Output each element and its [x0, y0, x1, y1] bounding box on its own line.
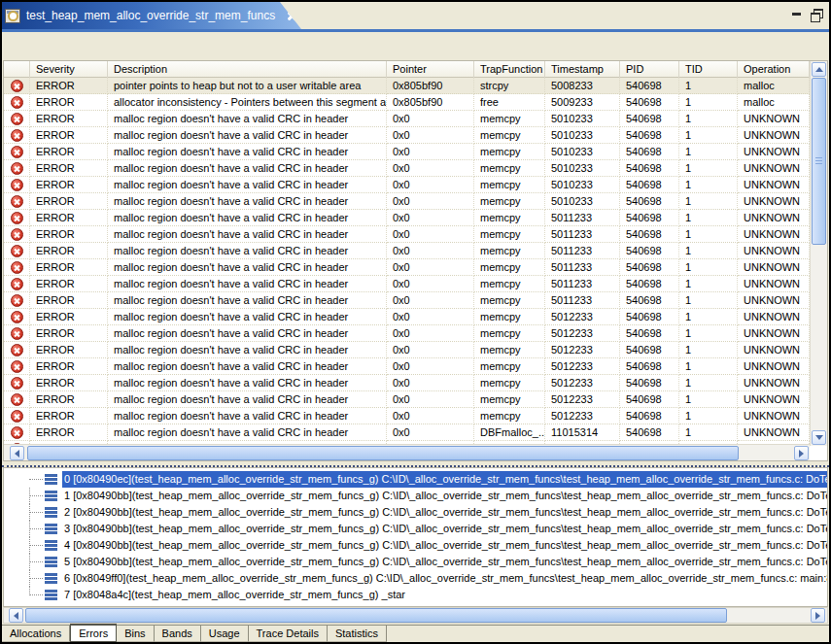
column-header-description[interactable]: Description [108, 61, 387, 78]
backtrace-entry-text: 1 [0x80490bb](test_heap_mem_alloc_overri… [62, 488, 827, 504]
error-icon [11, 410, 23, 423]
list-item[interactable]: 1 [0x80490bb](test_heap_mem_alloc_overri… [4, 488, 827, 504]
severity-cell: ERROR [30, 243, 108, 259]
scroll-down-button[interactable] [812, 430, 826, 445]
timestamp-cell: 5010233 [545, 127, 620, 144]
horizontal-scroll-thumb[interactable] [27, 446, 739, 460]
list-item[interactable]: 5 [0x80490bb](test_heap_mem_alloc_overri… [4, 554, 827, 570]
minimize-icon[interactable] [790, 9, 804, 20]
column-header-pid[interactable]: PID [620, 61, 679, 78]
column-header-icon[interactable] [4, 61, 30, 78]
pid-cell: 540698 [620, 375, 679, 391]
list-item[interactable]: 4 [0x80490bb](test_heap_mem_alloc_overri… [4, 537, 827, 554]
list-horizontal-scrollbar[interactable] [3, 607, 828, 624]
severity-cell: ERROR [30, 292, 108, 309]
table-vertical-scrollbar[interactable] [810, 61, 827, 446]
operation-cell: UNKNOWN [738, 325, 810, 342]
operation-cell: malloc [738, 78, 810, 94]
severity-icon-cell [4, 276, 30, 292]
table-row[interactable]: ERRORpointer points to heap but not to a… [4, 78, 810, 94]
backtrace-entry-icon [45, 474, 57, 485]
table-row[interactable]: ERRORmalloc region doesn't have a valid … [4, 259, 810, 276]
close-icon[interactable] [287, 11, 297, 21]
list-item[interactable]: 6 [0x8049ff0](test_heap_mem_alloc_overri… [4, 570, 827, 587]
tid-cell: 1 [679, 325, 738, 342]
table-row[interactable]: ERRORmalloc region doesn't have a valid … [4, 243, 810, 259]
tab-statistics[interactable]: Statistics [328, 626, 387, 642]
backtrace-entry-icon [45, 540, 57, 551]
vertical-scroll-thumb[interactable] [812, 78, 826, 245]
pid-cell: 540698 [620, 210, 679, 226]
table-row[interactable]: ERRORmalloc region doesn't have a valid … [4, 408, 810, 424]
tab-errors[interactable]: Errors [70, 624, 117, 642]
tab-bands[interactable]: Bands [155, 626, 201, 642]
scroll-up-button[interactable] [812, 62, 826, 77]
table-row[interactable]: ERRORmalloc region doesn't have a valid … [4, 226, 810, 243]
operation-cell: UNKNOWN [738, 210, 810, 226]
list-item[interactable]: 0 [0x80490ec](test_heap_mem_alloc_overri… [4, 471, 827, 488]
severity-icon-cell [4, 424, 30, 441]
column-header-severity[interactable]: Severity [30, 61, 108, 78]
column-header-pointer[interactable]: Pointer [387, 61, 474, 78]
scroll-left-button[interactable] [10, 446, 24, 460]
tid-cell: 1 [679, 210, 738, 226]
table-row[interactable]: ERRORmalloc region doesn't have a valid … [4, 177, 810, 193]
horizontal-scroll-thumb[interactable] [25, 608, 727, 623]
error-icon [11, 228, 23, 241]
table-row[interactable]: ERRORmalloc region doesn't have a valid … [4, 391, 810, 408]
description-cell: malloc region doesn't have a valid CRC i… [108, 144, 387, 160]
list-item[interactable]: 2 [0x80490bb](test_heap_mem_alloc_overri… [4, 504, 827, 521]
table-row[interactable]: ERRORmalloc region doesn't have a valid … [4, 358, 810, 375]
table-row[interactable]: ERRORmalloc region doesn't have a valid … [4, 276, 810, 292]
description-cell: malloc region doesn't have a valid CRC i… [108, 111, 387, 127]
table-row[interactable]: ERRORmalloc region doesn't have a valid … [4, 342, 810, 358]
tab-allocations[interactable]: Allocations [2, 626, 70, 642]
pointer-cell: 0x0 [387, 375, 474, 391]
scroll-right-button[interactable] [811, 608, 825, 623]
pointer-cell: 0x0 [387, 325, 474, 342]
list-item[interactable]: 7 [0x8048a4c](test_heap_mem_alloc_overri… [4, 587, 827, 603]
scroll-right-button[interactable] [794, 446, 809, 460]
tab-usage[interactable]: Usage [201, 626, 249, 642]
error-icon [11, 344, 23, 356]
column-header-operation[interactable]: Operation [738, 61, 810, 78]
error-icon [11, 146, 23, 158]
tree-connector [29, 587, 43, 603]
column-header-timestamp[interactable]: Timestamp [545, 61, 620, 78]
table-row[interactable]: ERRORmalloc region doesn't have a valid … [4, 424, 810, 441]
tab-bins[interactable]: Bins [117, 626, 154, 642]
table-row[interactable]: ERRORmalloc region doesn't have a valid … [4, 210, 810, 226]
view-tab[interactable]: test_heap_mem_alloc_override_str_mem_fun… [2, 2, 301, 29]
backtrace-entry-text: 5 [0x80490bb](test_heap_mem_alloc_overri… [62, 554, 827, 570]
tree-connector [29, 521, 43, 537]
table-row[interactable]: ERRORmalloc region doesn't have a valid … [4, 144, 810, 160]
table-horizontal-scrollbar[interactable] [4, 444, 810, 460]
pointer-cell: 0x0 [387, 276, 474, 292]
scroll-left-button[interactable] [9, 608, 23, 623]
operation-cell: UNKNOWN [738, 424, 810, 441]
table-row[interactable]: ERRORmalloc region doesn't have a valid … [4, 325, 810, 342]
timestamp-cell: 5010233 [545, 177, 620, 193]
table-row[interactable]: ERRORmalloc region doesn't have a valid … [4, 375, 810, 391]
tid-cell: 1 [679, 144, 738, 160]
pointer-cell: 0x0 [387, 111, 474, 127]
pointer-cell: 0x0 [387, 144, 474, 160]
maximize-icon[interactable] [810, 9, 823, 20]
operation-cell: UNKNOWN [738, 111, 810, 127]
table-row[interactable]: ERRORmalloc region doesn't have a valid … [4, 111, 810, 127]
tab-trace-details[interactable]: Trace Details [249, 626, 328, 642]
table-row[interactable]: ERRORmalloc region doesn't have a valid … [4, 292, 810, 309]
table-row[interactable]: ERRORmalloc region doesn't have a valid … [4, 127, 810, 144]
trap-function-cell: free [474, 94, 545, 111]
description-cell: malloc region doesn't have a valid CRC i… [108, 424, 387, 441]
pointer-cell: 0x0 [387, 210, 474, 226]
list-item[interactable]: 3 [0x80490bb](test_heap_mem_alloc_overri… [4, 521, 827, 537]
table-row[interactable]: ERRORmalloc region doesn't have a valid … [4, 193, 810, 210]
table-row[interactable]: ERRORmalloc region doesn't have a valid … [4, 160, 810, 177]
column-header-trapfunction[interactable]: TrapFunction [474, 61, 545, 78]
operation-cell: UNKNOWN [738, 276, 810, 292]
table-row[interactable]: ERRORmalloc region doesn't have a valid … [4, 309, 810, 325]
description-cell: malloc region doesn't have a valid CRC i… [108, 210, 387, 226]
table-row[interactable]: ERRORallocator inconsistency - Pointers … [4, 94, 810, 111]
column-header-tid[interactable]: TID [679, 61, 738, 78]
